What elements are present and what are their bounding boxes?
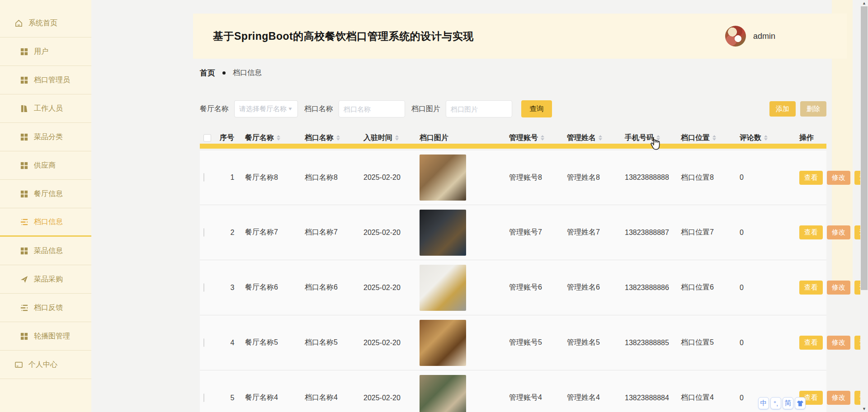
add-button[interactable]: 添加 <box>769 101 796 117</box>
column-header-3[interactable]: 档口名称 <box>305 133 363 143</box>
column-header-6[interactable]: 管理账号 <box>509 133 567 143</box>
table-body: 1餐厅名称8档口名称82025-02-20管理账号8管理姓名8138238888… <box>200 150 826 412</box>
user-name: admin <box>753 32 775 41</box>
cell-phone: 13823888885 <box>625 339 681 347</box>
stall-image-input[interactable] <box>446 100 512 117</box>
column-header-7[interactable]: 管理姓名 <box>567 133 625 143</box>
sidebar-item-11[interactable]: 档口反馈 <box>0 294 91 322</box>
cell-index: 5 <box>220 394 245 402</box>
row-checkbox[interactable] <box>203 173 204 182</box>
select-all-checkbox[interactable] <box>203 134 211 142</box>
column-header-label: 操作 <box>799 133 814 143</box>
breadcrumb-current: 档口信息 <box>233 68 262 78</box>
table-header-accent-bar <box>200 144 826 149</box>
sort-carets-icon[interactable] <box>599 135 602 140</box>
sort-carets-icon[interactable] <box>764 135 768 140</box>
cell-account: 管理账号6 <box>509 283 567 292</box>
cell-date: 2025-02-20 <box>363 339 420 347</box>
sort-carets-icon[interactable] <box>336 135 340 140</box>
column-header-9[interactable]: 档口位置 <box>681 133 740 143</box>
avatar[interactable] <box>725 26 746 47</box>
view-row-button[interactable]: 查看 <box>799 225 823 239</box>
sidebar-item-4[interactable]: 工作人员 <box>0 94 91 123</box>
cell-date: 2025-02-20 <box>363 229 420 237</box>
sort-carets-icon[interactable] <box>541 135 544 140</box>
column-header-label: 手机号码 <box>625 133 654 143</box>
stall-photo[interactable] <box>420 265 466 311</box>
vertical-scrollbar[interactable]: ▲ ▼ <box>860 0 868 412</box>
row-checkbox[interactable] <box>203 338 204 347</box>
delete-button[interactable]: 删除 <box>800 101 826 117</box>
column-header-10[interactable]: 评论数 <box>740 133 799 143</box>
sort-carets-icon[interactable] <box>395 135 399 140</box>
column-header-8[interactable]: 手机号码 <box>625 133 681 143</box>
edit-row-button[interactable]: 修改 <box>827 281 850 295</box>
edit-row-button[interactable]: 修改 <box>827 171 850 185</box>
edit-row-button[interactable]: 修改 <box>827 336 850 350</box>
column-header-1: 序号 <box>220 133 245 143</box>
card-icon <box>14 360 23 369</box>
sort-carets-icon[interactable] <box>277 135 280 140</box>
sidebar-item-label: 工作人员 <box>34 104 63 113</box>
row-checkbox[interactable] <box>203 283 204 292</box>
edit-row-button[interactable]: 修改 <box>827 391 850 405</box>
row-checkbox[interactable] <box>203 393 204 402</box>
stall-photo[interactable] <box>420 210 466 256</box>
view-row-button[interactable]: 查看 <box>799 171 823 185</box>
user-box[interactable]: admin <box>725 26 775 47</box>
ime-key-1[interactable]: 中 <box>758 397 769 409</box>
scrollbar-down-icon[interactable]: ▼ <box>860 406 868 412</box>
sidebar-item-label: 档口反馈 <box>34 303 63 313</box>
sidebar-item-3[interactable]: 档口管理员 <box>0 66 91 94</box>
view-row-button[interactable]: 查看 <box>799 336 823 350</box>
stall-photo[interactable] <box>420 320 466 366</box>
column-header-4[interactable]: 入驻时间 <box>363 133 420 143</box>
home-icon <box>14 19 23 28</box>
search-button[interactable]: 查询 <box>521 100 552 117</box>
sidebar-item-9[interactable]: 菜品信息 <box>0 237 91 265</box>
cell-restaurant: 餐厅名称6 <box>245 283 305 292</box>
scrollbar-thumb[interactable] <box>861 6 868 290</box>
stall-photo[interactable] <box>420 154 466 201</box>
chevron-down-icon: ▼ <box>288 106 293 111</box>
column-header-label: 序号 <box>220 133 234 143</box>
breadcrumb-home[interactable]: 首页 <box>200 68 215 78</box>
sidebar-item-13[interactable]: 个人中心 <box>0 351 91 379</box>
sidebar-item-8[interactable]: 档口信息 <box>0 208 91 237</box>
restaurant-select[interactable]: 请选择餐厅名称 ▼ <box>234 100 298 117</box>
sidebar-item-10[interactable]: 菜品采购 <box>0 265 91 294</box>
cell-stall: 档口名称8 <box>305 173 363 183</box>
sidebar-item-1[interactable]: 系统首页 <box>0 9 91 37</box>
scrollbar-up-icon[interactable]: ▲ <box>860 0 868 6</box>
table-row: 5餐厅名称4档口名称42025-02-20管理账号4管理姓名4138238888… <box>200 370 826 412</box>
cell-index: 3 <box>220 284 245 292</box>
cell-name: 管理姓名6 <box>567 283 625 292</box>
sidebar-item-label: 菜品分类 <box>34 132 63 142</box>
sidebar-item-2[interactable]: 用户 <box>0 37 91 66</box>
column-header-2[interactable]: 餐厅名称 <box>245 133 305 143</box>
ime-key-2[interactable]: °, <box>770 397 781 409</box>
sidebar-item-6[interactable]: 供应商 <box>0 151 91 180</box>
column-header-label: 餐厅名称 <box>245 133 274 143</box>
edit-row-button[interactable]: 修改 <box>827 225 850 239</box>
view-row-button[interactable]: 查看 <box>799 281 823 295</box>
column-header-label: 档口位置 <box>681 133 710 143</box>
row-checkbox[interactable] <box>203 228 204 237</box>
breadcrumb: 首页 档口信息 <box>200 68 262 78</box>
stall-name-input[interactable] <box>339 100 405 117</box>
cell-account: 管理账号8 <box>509 173 567 183</box>
ime-skin-icon[interactable] <box>795 397 806 409</box>
stall-photo[interactable] <box>420 375 466 412</box>
sidebar-item-12[interactable]: 轮播图管理 <box>0 322 91 351</box>
sidebar-item-7[interactable]: 餐厅信息 <box>0 180 91 208</box>
cell-name: 管理姓名7 <box>567 228 625 237</box>
cell-comments: 0 <box>740 173 799 182</box>
cell-comments: 0 <box>740 284 799 292</box>
cell-stall: 档口名称6 <box>305 283 363 292</box>
sort-carets-icon[interactable] <box>656 135 660 140</box>
cell-phone: 13823888886 <box>625 284 681 292</box>
sort-carets-icon[interactable] <box>712 135 716 140</box>
sidebar: 系统首页用户档口管理员工作人员菜品分类供应商餐厅信息档口信息菜品信息菜品采购档口… <box>0 0 91 412</box>
ime-key-3[interactable]: 简 <box>783 397 793 409</box>
sidebar-item-5[interactable]: 菜品分类 <box>0 123 91 151</box>
